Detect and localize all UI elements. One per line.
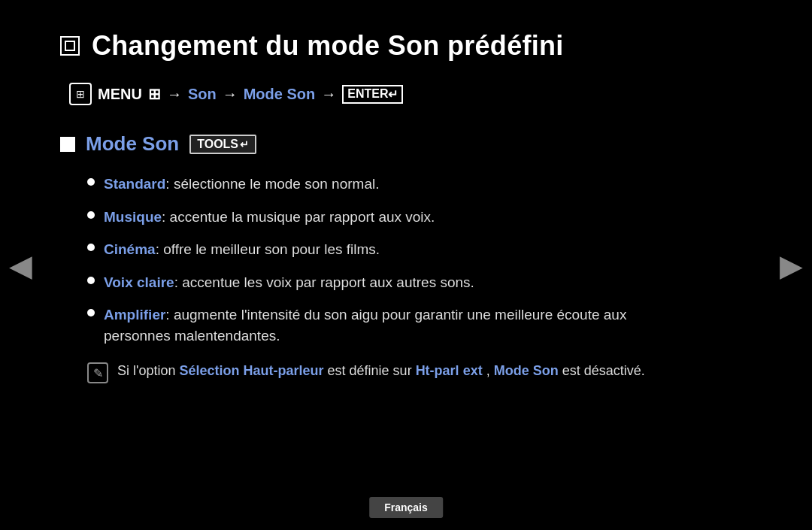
item-text-voix-claire: : accentue les voix par rapport aux autr… (174, 274, 474, 290)
menu-icon: ⊞ (69, 83, 92, 105)
note-keyword-mode-son: Mode Son (494, 363, 559, 378)
breadcrumb-mode-son[interactable]: Mode Son (244, 86, 316, 103)
mode-son-heading-row: Mode Son TOOLS ↵ (60, 132, 662, 156)
list-item-text: Musique: accentue la musique par rapport… (104, 207, 435, 228)
enter-icon: ENTER ↵ (342, 85, 403, 104)
list-item-text: Standard: sélectionne le mode son normal… (104, 174, 379, 195)
list-item: Amplifier: augmente l'intensité du son a… (87, 304, 662, 346)
note-keyword-selection: Sélection Haut-parleur (180, 363, 324, 378)
breadcrumb-arrow-1: → (167, 86, 182, 103)
page-title: Changement du mode Son prédéfini (92, 30, 564, 62)
note-text-middle: est définie sur (328, 363, 416, 378)
list-item: Cinéma: offre le meilleur son pour les f… (87, 239, 662, 260)
svg-rect-0 (65, 41, 74, 50)
list-item: Voix claire: accentue les voix par rappo… (87, 272, 662, 293)
feature-list: Standard: sélectionne le mode son normal… (87, 174, 662, 346)
item-keyword-musique: Musique (104, 209, 162, 225)
list-item: Musique: accentue la musique par rapport… (87, 207, 662, 228)
breadcrumb-menu: MENU (98, 86, 142, 103)
item-text-amplifier: : augmente l'intensité du son aigu pour … (104, 307, 626, 344)
language-label: Français (384, 501, 428, 513)
item-keyword-voix-claire: Voix claire (104, 274, 174, 290)
tools-label: TOOLS (197, 138, 238, 151)
item-keyword-standard: Standard (104, 176, 165, 192)
list-item-text: Amplifier: augmente l'intensité du son a… (104, 304, 662, 346)
bullet-dot (87, 244, 95, 251)
breadcrumb-menu-icon: ⊞ (148, 85, 161, 103)
breadcrumb-arrow-3: → (321, 86, 336, 103)
item-keyword-amplifier: Amplifier (104, 307, 165, 323)
bullet-dot (87, 309, 95, 316)
bullet-dot (87, 178, 95, 186)
tools-badge-icon: ↵ (240, 138, 249, 150)
item-text-musique: : accentue la musique par rapport aux vo… (162, 209, 435, 225)
note-icon: ✎ (87, 362, 108, 383)
page-title-row: Changement du mode Son prédéfini (60, 30, 662, 62)
language-bar: Français (369, 497, 443, 518)
item-keyword-cinema: Cinéma (104, 241, 156, 257)
bullet-dot (87, 277, 95, 284)
breadcrumb-arrow-2: → (223, 86, 238, 103)
note-text: Si l'option Sélection Haut-parleur est d… (117, 361, 645, 381)
item-text-standard: : sélectionne le mode son normal. (165, 176, 379, 192)
checkbox-icon (60, 36, 80, 56)
list-item: Standard: sélectionne le mode son normal… (87, 174, 662, 195)
tools-badge[interactable]: TOOLS ↵ (189, 135, 256, 154)
note-section: ✎ Si l'option Sélection Haut-parleur est… (87, 361, 662, 383)
list-item-text: Voix claire: accentue les voix par rappo… (104, 272, 474, 293)
list-item-text: Cinéma: offre le meilleur son pour les f… (104, 239, 380, 260)
breadcrumb-son[interactable]: Son (188, 86, 217, 103)
note-text-after: est désactivé. (562, 363, 645, 378)
note-keyword-ht-parl: Ht-parl ext (416, 363, 483, 378)
item-text-cinema: : offre le meilleur son pour les films. (156, 241, 380, 257)
nav-arrow-left[interactable]: ◀ (9, 248, 32, 283)
nav-arrow-right[interactable]: ▶ (780, 248, 803, 283)
note-text-before: Si l'option (117, 363, 180, 378)
breadcrumb: ⊞ MENU ⊞ → Son → Mode Son → ENTER ↵ (69, 83, 662, 105)
section-subtitle: Mode Son (86, 132, 179, 156)
bullet-dot (87, 211, 95, 219)
note-text-separator: , (486, 363, 494, 378)
square-icon (60, 137, 75, 152)
